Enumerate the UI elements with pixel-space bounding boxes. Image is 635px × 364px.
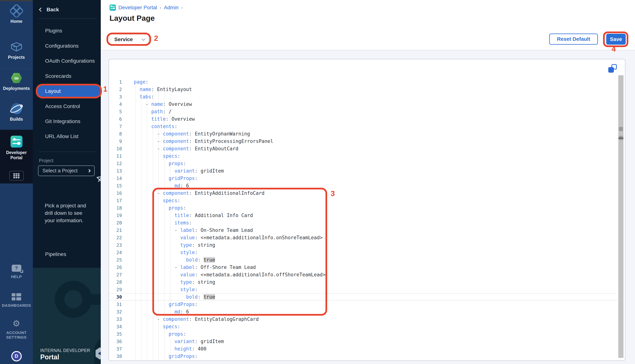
code-line[interactable]: 8 - component: EntityOrphanWarning	[109, 130, 617, 138]
select-project-button[interactable]: Select a Project	[38, 166, 95, 176]
code-text: - component: EntityAdditionalInfoCard	[134, 190, 264, 197]
code-line[interactable]: 33 - component: EntityCatalogGraphCard	[109, 316, 617, 323]
code-line[interactable]: 7 contents:	[109, 123, 617, 130]
hand-drawn-arrow-icon	[90, 173, 101, 194]
code-line[interactable]: 28 type: string	[109, 278, 617, 286]
code-line[interactable]: 18 props:	[109, 204, 617, 212]
code-line[interactable]: 38 gridProps:	[109, 352, 617, 360]
line-number: 4	[109, 102, 122, 107]
copy-button[interactable]	[608, 64, 617, 73]
save-button[interactable]: Save	[606, 34, 626, 45]
breadcrumb-admin[interactable]: Admin	[164, 5, 178, 10]
sidebar-item-scorecards[interactable]: Scorecards	[45, 73, 71, 79]
code-line[interactable]: 4 - name: Overview	[109, 100, 617, 108]
breadcrumb-developer-portal[interactable]: Developer Portal	[118, 5, 157, 10]
developer-portal-icon	[11, 136, 23, 148]
line-number: 5	[109, 109, 122, 114]
sidebar-item-access-control[interactable]: Access Control	[45, 104, 80, 109]
code-line[interactable]: 35 props:	[109, 330, 617, 338]
reset-default-button[interactable]: Reset Default	[549, 34, 598, 45]
code-line[interactable]: 17 specs:	[109, 197, 617, 204]
code-text: props:	[134, 204, 186, 212]
line-number: 18	[109, 205, 122, 211]
code-line[interactable]: 20 items:	[109, 219, 617, 226]
sidebar-item-url-allow-list[interactable]: URL Allow List	[45, 134, 78, 139]
rail-item-dashboards[interactable]: DASHBOARDS	[0, 293, 33, 308]
rail-item-label: Developer Portal	[4, 150, 30, 160]
projects-icon	[11, 42, 22, 52]
code-line[interactable]: 29 style:	[109, 286, 617, 293]
code-line[interactable]: 16 - component: EntityAdditionalInfoCard	[109, 190, 617, 197]
line-number: 35	[109, 332, 122, 337]
code-text: page:	[134, 78, 148, 86]
editor-scrollbar[interactable]	[618, 75, 623, 358]
service-dropdown[interactable]: Service	[109, 34, 149, 45]
rail-item-label: Builds	[10, 117, 23, 122]
code-line[interactable]: 27 value: <+metadata.additionalInfo.offS…	[109, 271, 617, 278]
code-text: value: <+metadata.additionalInfo.onShore…	[134, 234, 323, 241]
code-text: variant: gridItem	[134, 167, 224, 174]
sidebar-item-label: Layout	[45, 88, 61, 94]
builds-icon	[11, 103, 22, 114]
code-line[interactable]: 9 - component: EntityProcessingErrorsPan…	[109, 138, 617, 145]
code-line[interactable]: 31 gridProps:	[109, 300, 617, 308]
code-line[interactable]: 2 name: EntityLayout	[109, 86, 617, 93]
annotation-label-4: 4	[612, 45, 616, 53]
code-text: gridProps:	[134, 300, 198, 308]
user-avatar[interactable]: D	[0, 351, 33, 362]
code-line[interactable]: 34 specs:	[109, 323, 617, 330]
rail-item-account-settings[interactable]: ⚙ ACCOUNT SETTINGS	[0, 319, 33, 340]
module-rail: Home Projects ∞ Deployments Builds Devel…	[0, 0, 33, 364]
code-line[interactable]: 1page:	[109, 78, 617, 86]
line-number: 38	[109, 354, 122, 359]
breadcrumb-separator: ›	[181, 5, 183, 10]
code-line[interactable]: 22 value: <+metadata.additionalInfo.onSh…	[109, 234, 617, 241]
code-line[interactable]: 37 height: 400	[109, 345, 617, 352]
sidebar-item-configurations[interactable]: Configurations	[45, 43, 79, 49]
yaml-editor-panel: 1page:2 name: EntityLayout3 tabs:4 - nam…	[109, 59, 625, 361]
code-line[interactable]: 26 - label: Off-Shore Team Lead	[109, 264, 617, 271]
rail-item-builds[interactable]: Builds	[0, 103, 33, 122]
code-line[interactable]: 11 specs:	[109, 152, 617, 160]
code-text: style:	[134, 249, 198, 256]
code-line[interactable]: 14 gridProps:	[109, 174, 617, 182]
sidebar-item-pipelines[interactable]: Pipelines	[45, 251, 66, 257]
sidebar-item-layout-active[interactable]: Layout	[37, 85, 101, 97]
code-line[interactable]: 25 bold: true	[109, 256, 617, 264]
code-text: - component: EntityCatalogGraphCard	[134, 316, 259, 323]
code-line[interactable]: 6 title: Overview	[109, 115, 617, 123]
rail-item-home[interactable]: Home	[0, 6, 33, 24]
line-number: 7	[109, 124, 122, 129]
back-button[interactable]: Back	[40, 7, 59, 12]
project-hint-text: Pick a project and drill down to see you…	[45, 202, 93, 224]
code-line[interactable]: 5 path: /	[109, 108, 617, 115]
rail-item-projects[interactable]: Projects	[0, 42, 33, 60]
sidebar-divider	[38, 18, 97, 19]
code-line[interactable]: 13 variant: gridItem	[109, 167, 617, 174]
rail-item-deployments[interactable]: ∞ Deployments	[0, 73, 33, 91]
code-line[interactable]: 32 md: 6	[109, 308, 617, 316]
annotation-label-2: 2	[154, 34, 158, 42]
sidebar-item-plugins[interactable]: Plugins	[45, 28, 62, 34]
code-text: md: 6	[134, 308, 189, 316]
code-line[interactable]: 15 md: 6	[109, 182, 617, 190]
code-line[interactable]: 10 - component: EntityAboutCard	[109, 145, 617, 152]
rail-item-developer-portal[interactable]: Developer Portal	[0, 136, 33, 160]
code-line[interactable]: 36 variant: gridItem	[109, 338, 617, 345]
code-line[interactable]: 12 props:	[109, 160, 617, 167]
code-line[interactable]: 3 tabs:	[109, 93, 617, 100]
sidebar-item-git-integrations[interactable]: Git Integrations	[45, 118, 80, 124]
module-switcher-button[interactable]	[0, 171, 33, 180]
code-text: - label: Off-Shore Team Lead	[134, 264, 256, 271]
developer-portal-active-section: Developer Portal	[0, 130, 33, 184]
line-number: 24	[109, 250, 122, 255]
code-text: style:	[134, 286, 198, 293]
code-line[interactable]: 23 type: string	[109, 241, 617, 249]
code-line[interactable]: 19 title: Additional Info Card	[109, 212, 617, 219]
avatar: D	[11, 351, 22, 362]
sidebar-item-oauth-configurations[interactable]: OAuth Configurations	[45, 58, 95, 64]
code-line[interactable]: 24 style:	[109, 249, 617, 256]
code-line[interactable]: 21 - label: On-Shore Team Lead	[109, 226, 617, 234]
rail-item-help[interactable]: ? HELP	[0, 265, 33, 279]
code-line[interactable]: 30 bold: true	[109, 293, 617, 300]
